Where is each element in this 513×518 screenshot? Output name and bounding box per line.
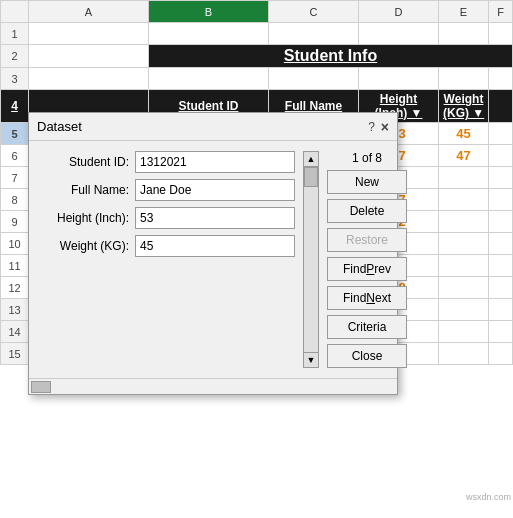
col-header-d[interactable]: D [359, 1, 439, 23]
close-dialog-button[interactable]: Close [327, 344, 407, 368]
criteria-button[interactable]: Criteria [327, 315, 407, 339]
find-next-button[interactable]: Find Next [327, 286, 407, 310]
scroll-down-button[interactable]: ▼ [303, 352, 319, 368]
weight-label: Weight (KG): [39, 239, 129, 253]
dialog-fields: Student ID: Full Name: Height (Inch): We… [39, 151, 295, 368]
full-name-label: Full Name: [39, 183, 129, 197]
height-label: Height (Inch): [39, 211, 129, 225]
dialog-titlebar: Dataset ? × [29, 113, 397, 141]
restore-button[interactable]: Restore [327, 228, 407, 252]
scroll-up-button[interactable]: ▲ [303, 151, 319, 167]
scroll-thumb[interactable] [304, 167, 318, 187]
find-prev-button[interactable]: Find Prev [327, 257, 407, 281]
delete-button[interactable]: Delete [327, 199, 407, 223]
field-row-full-name: Full Name: [39, 179, 295, 201]
col-header-b[interactable]: B [149, 1, 269, 23]
col-header-e[interactable]: E [439, 1, 489, 23]
col-header-c[interactable]: C [269, 1, 359, 23]
dialog-titlebar-buttons: ? × [368, 119, 389, 135]
watermark: wsxdn.com [466, 492, 511, 502]
sheet-title: Student Info [149, 45, 513, 68]
dataset-dialog: Dataset ? × Student ID: Full Name: Heigh… [28, 112, 398, 395]
full-name-input[interactable] [135, 179, 295, 201]
student-id-input[interactable] [135, 151, 295, 173]
table-row: 1 [1, 23, 513, 45]
student-id-label: Student ID: [39, 155, 129, 169]
field-row-student-id: Student ID: [39, 151, 295, 173]
field-row-weight: Weight (KG): [39, 235, 295, 257]
help-button[interactable]: ? [368, 120, 375, 134]
new-button[interactable]: New [327, 170, 407, 194]
col-header-a[interactable]: A [29, 1, 149, 23]
dialog-body: Student ID: Full Name: Height (Inch): We… [29, 141, 397, 378]
h-scroll-thumb[interactable] [31, 381, 51, 393]
table-row: 3 [1, 68, 513, 90]
spreadsheet: A B C D E F 1 2 Student Info 3 [0, 0, 513, 518]
scroll-track [303, 167, 319, 352]
field-row-height: Height (Inch): [39, 207, 295, 229]
col-header-empty [1, 1, 29, 23]
dialog-title: Dataset [37, 119, 82, 134]
dialog-buttons: 1 of 8 New Delete Restore Find Prev Find… [327, 151, 407, 368]
height-input[interactable] [135, 207, 295, 229]
col-header-f[interactable]: F [489, 1, 513, 23]
record-count: 1 of 8 [327, 151, 407, 165]
dialog-close-icon[interactable]: × [381, 119, 389, 135]
table-row: 2 Student Info [1, 45, 513, 68]
vertical-scrollbar: ▲ ▼ [303, 151, 319, 368]
horizontal-scrollbar[interactable] [29, 378, 397, 394]
weight-input[interactable] [135, 235, 295, 257]
